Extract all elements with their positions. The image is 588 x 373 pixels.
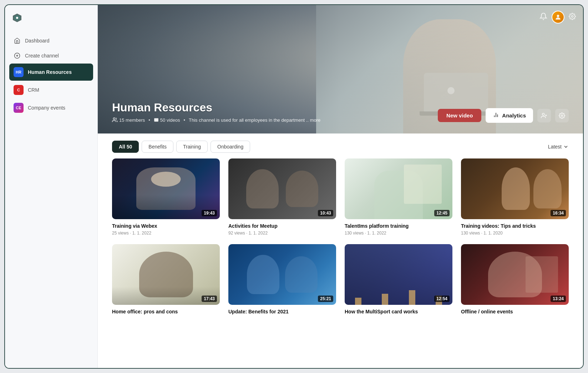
ce-badge: CE	[14, 103, 24, 113]
video-meta: 130 views · 1. 1. 2020	[461, 231, 569, 236]
filters-row: All 50 Benefits Training Onboarding Late…	[98, 133, 583, 158]
main-content: Human Resources 15 members •	[98, 5, 583, 368]
video-title: Activities for Meetup	[228, 223, 336, 229]
video-card[interactable]: 17:43 Home office: pros and cons	[112, 244, 220, 316]
analytics-button[interactable]: Analytics	[486, 108, 533, 123]
video-title: TalentIms platform training	[345, 223, 452, 229]
video-card[interactable]: 19:43 Training via Webex 25 views · 1. 1…	[112, 158, 220, 236]
sidebar-item-company-events[interactable]: CE Company events	[9, 99, 93, 116]
sidebar-item-label: CRM	[28, 87, 39, 93]
user-avatar[interactable]	[552, 11, 564, 24]
svg-point-5	[572, 15, 573, 17]
video-duration: 19:43	[202, 210, 217, 216]
sidebar: Dashboard Create channel HR Human Resour…	[5, 5, 98, 368]
video-meta: 25 views · 1. 1. 2022	[112, 231, 220, 236]
home-icon	[14, 37, 21, 44]
video-thumbnail: 16:34	[461, 158, 569, 219]
bell-icon[interactable]	[539, 12, 547, 22]
sidebar-nav: Dashboard Create channel HR Human Resour…	[5, 31, 97, 119]
manage-members-button[interactable]	[537, 109, 551, 122]
sidebar-item-create-channel[interactable]: Create channel	[9, 49, 93, 63]
video-card[interactable]: 13:24 Offline / online events	[461, 244, 569, 316]
video-duration: 25:21	[318, 296, 333, 302]
video-thumbnail: 12:54	[345, 244, 452, 305]
analytics-label: Analytics	[502, 112, 526, 119]
video-title: Training via Webex	[112, 223, 220, 229]
hero-content: Human Resources 15 members •	[112, 101, 320, 123]
sidebar-logo	[5, 5, 97, 31]
channel-title: Human Resources	[112, 101, 320, 114]
members-count: 15 members	[119, 117, 145, 123]
plus-icon	[14, 52, 21, 59]
video-card[interactable]: 12:45 TalentIms platform training 130 vi…	[345, 158, 452, 236]
video-thumbnail: 12:45	[345, 158, 452, 219]
video-title: Offline / online events	[461, 308, 569, 315]
sidebar-item-label: Dashboard	[25, 38, 50, 44]
video-thumbnail: 25:21	[228, 244, 336, 305]
svg-point-11	[542, 113, 544, 115]
filter-tab-training[interactable]: Training	[176, 141, 208, 153]
videos-icon: 50 videos	[154, 117, 180, 123]
video-duration: 17:43	[202, 296, 217, 302]
sidebar-item-crm[interactable]: C CRM	[9, 81, 93, 99]
svg-point-0	[16, 17, 18, 19]
video-duration: 13:24	[551, 296, 566, 302]
channel-meta: 15 members • 50 videos • This channel is…	[112, 117, 320, 123]
video-grid: 19:43 Training via Webex 25 views · 1. 1…	[98, 158, 583, 328]
header-icons	[539, 11, 576, 24]
video-title: Training videos: Tips and tricks	[461, 223, 569, 229]
video-card[interactable]: 10:43 Activities for Meetup 92 views · 1…	[228, 158, 336, 236]
filter-tab-onboarding[interactable]: Onboarding	[211, 141, 250, 153]
video-title: How the MultiSport card works	[345, 308, 452, 315]
video-thumbnail: 19:43	[112, 158, 220, 219]
video-thumbnail: 17:43	[112, 244, 220, 305]
video-thumbnail: 13:24	[461, 244, 569, 305]
chevron-down-icon	[563, 144, 569, 150]
sidebar-item-human-resources[interactable]: HR Human Resources	[9, 64, 93, 81]
filter-tabs: All 50 Benefits Training Onboarding	[112, 141, 250, 153]
video-meta: 130 views · 1. 1. 2022	[345, 231, 452, 236]
video-duration: 10:43	[318, 210, 333, 216]
hr-badge: HR	[14, 67, 24, 77]
hero-actions: New video Analytics	[438, 108, 569, 123]
hero-banner: Human Resources 15 members •	[98, 5, 583, 133]
new-video-button[interactable]: New video	[438, 109, 481, 122]
svg-point-6	[113, 118, 115, 120]
sidebar-item-label: Human Resources	[28, 69, 72, 75]
filter-tab-all[interactable]: All 50	[112, 141, 139, 153]
sidebar-item-label: Company events	[28, 105, 65, 111]
channel-settings-button[interactable]	[555, 109, 569, 122]
video-card[interactable]: 16:34 Training videos: Tips and tricks 1…	[461, 158, 569, 236]
video-meta: 92 views · 1. 1. 2022	[228, 231, 336, 236]
video-thumbnail: 10:43	[228, 158, 336, 219]
settings-icon[interactable]	[569, 13, 576, 22]
filter-tab-benefits[interactable]: Benefits	[142, 141, 173, 153]
video-card[interactable]: 25:21 Update: Benefits for 2021	[228, 244, 336, 316]
sidebar-item-dashboard[interactable]: Dashboard	[9, 34, 93, 48]
analytics-icon	[493, 112, 499, 119]
svg-point-4	[557, 15, 559, 17]
members-icon: 15 members	[112, 117, 145, 123]
video-duration: 12:54	[434, 296, 450, 302]
sort-label: Latest	[548, 144, 562, 150]
video-title: Home office: pros and cons	[112, 308, 220, 315]
sidebar-item-label: Create channel	[25, 53, 59, 59]
video-card[interactable]: 12:54 How the MultiSport card works	[345, 244, 452, 316]
video-title: Update: Benefits for 2021	[228, 308, 336, 315]
video-duration: 12:45	[434, 210, 450, 216]
svg-rect-7	[154, 118, 158, 121]
channel-description: This channel is used for all employees i…	[189, 117, 320, 123]
videos-count: 50 videos	[160, 117, 180, 123]
svg-point-14	[561, 115, 563, 116]
sort-dropdown[interactable]: Latest	[548, 144, 569, 150]
crm-badge: C	[14, 85, 24, 95]
app-container: Dashboard Create channel HR Human Resour…	[4, 4, 584, 369]
video-duration: 16:34	[551, 210, 566, 216]
